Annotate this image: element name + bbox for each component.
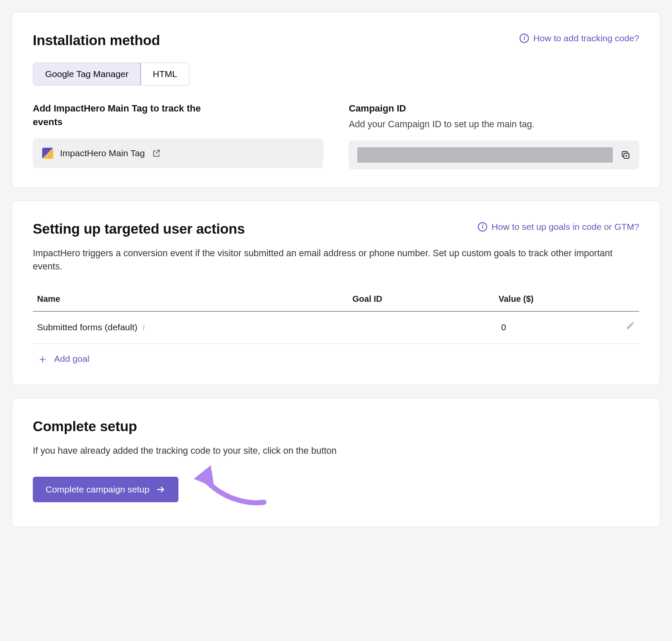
info-tooltip-icon[interactable]: i (143, 322, 145, 332)
complete-campaign-setup-button[interactable]: Complete campaign setup (33, 477, 178, 502)
goal-id-cell (348, 312, 481, 343)
tab-html[interactable]: HTML (141, 63, 189, 85)
info-icon: i (478, 222, 487, 232)
campaign-id-desc: Add your Campaign ID to set up the main … (349, 118, 639, 131)
plus-icon: ＋ (37, 353, 48, 364)
goal-name: Submitted forms (default) (37, 322, 138, 332)
col-goal-id: Goal ID (348, 287, 481, 312)
install-method-toggle: Google Tag Manager HTML (33, 63, 190, 86)
installation-header: Installation method i How to add trackin… (33, 30, 639, 51)
main-tag-box[interactable]: ImpactHero Main Tag (33, 138, 323, 168)
impacthero-logo-icon (42, 148, 53, 159)
main-tag-column: Add ImpactHero Main Tag to track the eve… (33, 102, 323, 169)
installation-method-card: Installation method i How to add trackin… (12, 12, 660, 188)
copy-icon[interactable] (620, 150, 631, 160)
help-goals-link[interactable]: i How to set up goals in code or GTM? (478, 220, 639, 233)
external-link-icon (152, 149, 161, 158)
targeted-title: Setting up targeted user actions (33, 219, 245, 239)
main-tag-label: ImpactHero Main Tag (60, 147, 145, 160)
table-row: Submitted forms (default) i 0 (33, 312, 639, 343)
campaign-id-box (349, 140, 639, 169)
complete-setup-card: Complete setup If you have already added… (12, 398, 660, 527)
campaign-id-column: Campaign ID Add your Campaign ID to set … (349, 102, 639, 169)
tab-gtm[interactable]: Google Tag Manager (33, 63, 141, 86)
add-goal-button[interactable]: ＋ Add goal (33, 344, 94, 367)
annotation-arrow-icon (185, 462, 270, 509)
add-goal-label: Add goal (54, 352, 89, 365)
complete-button-label: Complete campaign setup (46, 484, 149, 495)
targeted-header: Setting up targeted user actions i How t… (33, 219, 639, 239)
col-name: Name (33, 287, 348, 312)
installation-title: Installation method (33, 30, 160, 51)
targeted-actions-card: Setting up targeted user actions i How t… (12, 200, 660, 385)
help-tracking-code-link[interactable]: i How to add tracking code? (520, 32, 639, 45)
complete-desc: If you have already added the tracking c… (33, 444, 639, 458)
targeted-desc: ImpactHero triggers a conversion event i… (33, 247, 639, 273)
goal-value-cell: 0 (482, 312, 591, 343)
col-value: Value ($) (482, 287, 591, 312)
help-tracking-code-label: How to add tracking code? (533, 32, 639, 45)
edit-icon[interactable] (626, 321, 635, 330)
col-actions (591, 287, 639, 312)
main-tag-title: Add ImpactHero Main Tag to track the eve… (33, 102, 212, 129)
info-icon: i (520, 34, 529, 43)
campaign-id-title: Campaign ID (349, 102, 639, 115)
arrow-right-icon (155, 484, 166, 495)
goals-table: Name Goal ID Value ($) Submitted forms (… (33, 287, 639, 343)
help-goals-label: How to set up goals in code or GTM? (491, 220, 639, 233)
campaign-id-field[interactable] (357, 147, 613, 163)
complete-title: Complete setup (33, 416, 639, 437)
